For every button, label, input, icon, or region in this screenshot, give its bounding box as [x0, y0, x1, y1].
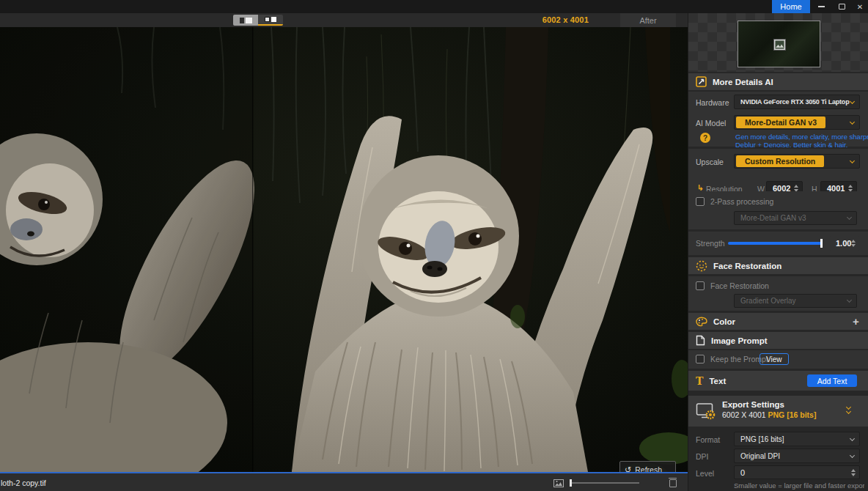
upscale-chevron-icon: [850, 158, 855, 163]
trash-icon[interactable]: [669, 478, 677, 487]
close-button[interactable]: ✕: [852, 0, 868, 13]
split-view-icon: [265, 17, 270, 22]
refresh-button[interactable]: ↺ Refresh: [620, 462, 675, 472]
hardware-dropdown[interactable]: NVIDIA GeForce RTX 3050 Ti Laptop GPU: [734, 95, 860, 109]
ai-model-value: More-Detail GAN v3: [736, 117, 825, 128]
view-prompt-button[interactable]: View: [760, 353, 789, 365]
upscale-value: Custom Resolution: [736, 155, 824, 167]
section-title: Color: [713, 317, 735, 326]
face-restoration-icon: [696, 260, 707, 272]
strength-slider-handle[interactable]: [820, 239, 823, 248]
filename-label: loth-2 copy.tif: [1, 479, 46, 487]
output-resolution-label: 6002 x 4001: [542, 15, 589, 24]
export-summary-size: 6002 X 4001: [722, 410, 766, 419]
model-settings-block: Hardware NVIDIA GeForce RTX 3050 Ti Lapt…: [688, 92, 868, 147]
format-chevron-icon: [850, 435, 855, 440]
strength-block: Strength 1.00: [688, 232, 868, 255]
image-placeholder-icon: [773, 39, 786, 51]
minimize-button[interactable]: [812, 0, 830, 13]
strength-label: Strength: [696, 239, 725, 248]
strength-slider[interactable]: [728, 242, 822, 245]
level-label: Level: [696, 469, 714, 478]
view-mode-toggle: [233, 15, 283, 26]
ai-model-label: AI Model: [696, 119, 726, 128]
dpi-dropdown[interactable]: Original DPI: [734, 448, 860, 463]
export-summary-bits: [16 bits]: [787, 410, 816, 419]
image-prompt-block: Keep the Prompt View: [688, 350, 868, 369]
two-pass-block: 2-Pass processing More-Detail GAN v3: [688, 191, 868, 229]
section-more-details-ai[interactable]: More Details AI: [688, 73, 868, 90]
strength-input[interactable]: 1.00: [829, 236, 860, 251]
hardware-chevron-icon: [850, 98, 855, 103]
help-icon[interactable]: ?: [700, 133, 710, 143]
keep-prompt-checkbox[interactable]: [696, 355, 705, 363]
face-restoration-checkbox[interactable]: [696, 281, 705, 290]
photo-canvas[interactable]: ↺ Refresh 100%: [0, 27, 688, 472]
format-value: PNG [16 bits]: [735, 435, 850, 443]
export-title: Export Settings: [722, 400, 816, 409]
section-face-restoration[interactable]: Face Restoration: [688, 257, 868, 274]
face-restoration-label: Face Restoration: [710, 281, 769, 290]
refresh-icon: ↺: [625, 465, 631, 473]
model-description-line1: Gen more details, more clarity, more sha…: [735, 133, 868, 141]
single-view-icon: [240, 18, 244, 23]
format-label: Format: [696, 435, 720, 444]
strength-spinner-arrows[interactable]: [851, 240, 856, 247]
section-color[interactable]: Color +: [688, 313, 868, 330]
face-restoration-block: Face Restoration Gradient Overlay: [688, 276, 868, 311]
dpi-value: Original DPI: [735, 452, 850, 460]
two-pass-label: 2-Pass processing: [710, 197, 773, 206]
export-collapse-chevron-icon[interactable]: [847, 405, 850, 413]
ai-model-chevron-icon: [850, 119, 855, 124]
image-size-icon: [553, 479, 564, 487]
slider-handle[interactable]: [570, 479, 572, 487]
section-title: Face Restoration: [713, 262, 781, 270]
level-input[interactable]: 0: [734, 465, 860, 479]
app-window: Home ✕ 6002 x 4001 After: [0, 0, 868, 491]
section-export-settings[interactable]: Export Settings 6002 X 4001 PNG [16 bits…: [688, 396, 868, 427]
two-pass-chevron-icon: [847, 215, 852, 220]
format-dropdown[interactable]: PNG [16 bits]: [734, 432, 860, 446]
dpi-label: DPI: [696, 452, 709, 461]
slider-track[interactable]: [570, 482, 639, 484]
navigator-thumbnail[interactable]: [738, 21, 820, 67]
section-image-prompt[interactable]: Image Prompt: [688, 332, 868, 349]
section-text[interactable]: T Text Add Text: [688, 371, 868, 391]
titlebar: Home ✕: [0, 0, 868, 13]
viewer-toolbar: 6002 x 4001 After: [0, 13, 688, 27]
face-mode-value: Gradient Overlay: [735, 297, 847, 305]
export-summary-format: PNG: [768, 410, 784, 419]
split-view-button[interactable]: [258, 15, 283, 26]
minimize-icon: [818, 6, 825, 7]
color-add-button[interactable]: +: [853, 315, 859, 328]
thumbnail-size-slider[interactable]: [553, 480, 641, 486]
two-pass-model-dropdown[interactable]: More-Detail GAN v3: [734, 211, 857, 225]
face-mode-dropdown[interactable]: Gradient Overlay: [734, 294, 857, 308]
after-badge: After: [620, 13, 676, 27]
upscale-label: Upscale: [696, 158, 724, 166]
section-title: More Details AI: [713, 78, 773, 86]
hardware-label: Hardware: [696, 98, 729, 107]
statusbar: loth-2 copy.tif: [0, 472, 688, 491]
viewer-controls-overlay: ↺ Refresh 100%: [619, 461, 676, 472]
export-settings-icon: [696, 402, 716, 420]
maximize-button[interactable]: [833, 0, 850, 13]
section-title: Text: [709, 377, 726, 385]
navigator[interactable]: [688, 13, 868, 72]
home-button[interactable]: Home: [772, 0, 810, 13]
maximize-icon: [839, 4, 845, 10]
level-hint: Smaller value = larger file and faster e…: [734, 481, 864, 490]
single-view-button[interactable]: [233, 15, 258, 26]
two-pass-checkbox[interactable]: [696, 197, 705, 206]
sloth-photo: [0, 27, 688, 472]
text-tool-icon: T: [696, 375, 703, 387]
more-details-icon: [696, 76, 707, 87]
upscale-dropdown[interactable]: Custom Resolution: [734, 154, 860, 169]
ai-model-dropdown[interactable]: More-Detail GAN v3: [734, 115, 860, 130]
export-options: Format PNG [16 bits] DPI Original DPI Le…: [688, 428, 868, 491]
export-summary: 6002 X 4001 PNG [16 bits]: [722, 410, 816, 419]
color-palette-icon: [696, 317, 707, 327]
two-pass-model-value: More-Detail GAN v3: [735, 214, 847, 222]
level-spinner-arrows[interactable]: [851, 469, 856, 476]
add-text-button[interactable]: Add Text: [807, 374, 857, 387]
